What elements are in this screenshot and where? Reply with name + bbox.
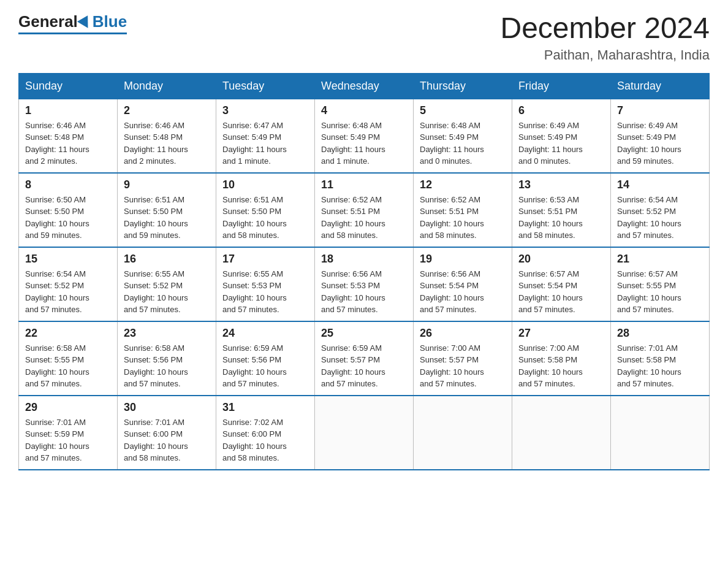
calendar-cell <box>414 396 512 470</box>
calendar-cell: 15Sunrise: 6:54 AMSunset: 5:52 PMDayligh… <box>19 247 118 321</box>
calendar-cell: 14Sunrise: 6:54 AMSunset: 5:52 PMDayligh… <box>611 173 710 247</box>
calendar-header-row: SundayMondayTuesdayWednesdayThursdayFrid… <box>19 73 710 99</box>
calendar-cell: 20Sunrise: 6:57 AMSunset: 5:54 PMDayligh… <box>512 247 611 321</box>
day-info: Sunrise: 6:54 AMSunset: 5:52 PMDaylight:… <box>617 194 703 242</box>
day-info: Sunrise: 6:52 AMSunset: 5:51 PMDaylight:… <box>321 194 407 242</box>
day-info: Sunrise: 6:47 AMSunset: 5:49 PMDaylight:… <box>222 120 308 167</box>
day-info: Sunrise: 6:52 AMSunset: 5:51 PMDaylight:… <box>420 194 506 242</box>
calendar-header-sunday: Sunday <box>19 73 118 99</box>
calendar-cell: 2Sunrise: 6:46 AMSunset: 5:48 PMDaylight… <box>118 99 216 173</box>
calendar-header-wednesday: Wednesday <box>315 73 414 99</box>
day-info: Sunrise: 6:46 AMSunset: 5:48 PMDaylight:… <box>124 120 210 167</box>
day-number: 12 <box>420 178 506 191</box>
day-number: 20 <box>518 253 604 266</box>
calendar-header-tuesday: Tuesday <box>216 73 315 99</box>
calendar-cell: 17Sunrise: 6:55 AMSunset: 5:53 PMDayligh… <box>216 247 315 321</box>
calendar-cell: 22Sunrise: 6:58 AMSunset: 5:55 PMDayligh… <box>19 321 118 396</box>
calendar-cell: 7Sunrise: 6:49 AMSunset: 5:49 PMDaylight… <box>611 99 710 173</box>
day-info: Sunrise: 6:56 AMSunset: 5:53 PMDaylight:… <box>321 268 407 316</box>
day-info: Sunrise: 6:57 AMSunset: 5:54 PMDaylight:… <box>518 268 604 316</box>
day-number: 4 <box>321 104 407 117</box>
day-info: Sunrise: 6:58 AMSunset: 5:56 PMDaylight:… <box>124 342 210 390</box>
day-info: Sunrise: 7:00 AMSunset: 5:58 PMDaylight:… <box>518 342 604 390</box>
title-block: December 2024 Paithan, Maharashtra, Indi… <box>500 12 710 63</box>
logo-general-text: General <box>18 12 78 31</box>
day-info: Sunrise: 6:56 AMSunset: 5:54 PMDaylight:… <box>420 268 506 316</box>
day-number: 7 <box>617 104 703 117</box>
calendar-cell <box>512 396 611 470</box>
calendar-cell: 5Sunrise: 6:48 AMSunset: 5:49 PMDaylight… <box>414 99 512 173</box>
day-info: Sunrise: 7:01 AMSunset: 5:59 PMDaylight:… <box>25 416 111 464</box>
day-number: 28 <box>617 327 703 340</box>
calendar-cell: 16Sunrise: 6:55 AMSunset: 5:52 PMDayligh… <box>118 247 216 321</box>
calendar-cell: 25Sunrise: 6:59 AMSunset: 5:57 PMDayligh… <box>315 321 414 396</box>
calendar-cell: 28Sunrise: 7:01 AMSunset: 5:58 PMDayligh… <box>611 321 710 396</box>
calendar-header-monday: Monday <box>118 73 216 99</box>
calendar-cell: 4Sunrise: 6:48 AMSunset: 5:49 PMDaylight… <box>315 99 414 173</box>
day-number: 1 <box>25 104 111 117</box>
day-number: 23 <box>124 327 210 340</box>
day-number: 8 <box>25 178 111 191</box>
day-number: 5 <box>420 104 506 117</box>
calendar-cell: 8Sunrise: 6:50 AMSunset: 5:50 PMDaylight… <box>19 173 118 247</box>
calendar-cell: 19Sunrise: 6:56 AMSunset: 5:54 PMDayligh… <box>414 247 512 321</box>
logo: General Blue <box>18 12 127 34</box>
calendar-cell: 21Sunrise: 6:57 AMSunset: 5:55 PMDayligh… <box>611 247 710 321</box>
day-info: Sunrise: 6:48 AMSunset: 5:49 PMDaylight:… <box>420 120 506 167</box>
calendar-cell: 23Sunrise: 6:58 AMSunset: 5:56 PMDayligh… <box>118 321 216 396</box>
calendar-cell: 1Sunrise: 6:46 AMSunset: 5:48 PMDaylight… <box>19 99 118 173</box>
day-info: Sunrise: 6:55 AMSunset: 5:52 PMDaylight:… <box>124 268 210 316</box>
location-subtitle: Paithan, Maharashtra, India <box>500 47 710 63</box>
calendar-cell <box>611 396 710 470</box>
calendar-week-row: 29Sunrise: 7:01 AMSunset: 5:59 PMDayligh… <box>19 396 710 470</box>
day-info: Sunrise: 6:49 AMSunset: 5:49 PMDaylight:… <box>518 120 604 167</box>
calendar-cell: 18Sunrise: 6:56 AMSunset: 5:53 PMDayligh… <box>315 247 414 321</box>
calendar-week-row: 8Sunrise: 6:50 AMSunset: 5:50 PMDaylight… <box>19 173 710 247</box>
calendar-cell: 12Sunrise: 6:52 AMSunset: 5:51 PMDayligh… <box>414 173 512 247</box>
day-info: Sunrise: 7:00 AMSunset: 5:57 PMDaylight:… <box>420 342 506 390</box>
day-number: 16 <box>124 253 210 266</box>
day-number: 18 <box>321 253 407 266</box>
day-number: 29 <box>25 401 111 414</box>
month-year-title: December 2024 <box>500 12 710 45</box>
day-number: 2 <box>124 104 210 117</box>
calendar-header-thursday: Thursday <box>414 73 512 99</box>
calendar-week-row: 1Sunrise: 6:46 AMSunset: 5:48 PMDaylight… <box>19 99 710 173</box>
calendar-cell: 24Sunrise: 6:59 AMSunset: 5:56 PMDayligh… <box>216 321 315 396</box>
day-number: 21 <box>617 253 703 266</box>
day-number: 10 <box>222 178 308 191</box>
day-number: 6 <box>518 104 604 117</box>
logo-blue-text: Blue <box>93 12 127 31</box>
calendar-cell: 10Sunrise: 6:51 AMSunset: 5:50 PMDayligh… <box>216 173 315 247</box>
calendar-cell: 27Sunrise: 7:00 AMSunset: 5:58 PMDayligh… <box>512 321 611 396</box>
page-header: General Blue December 2024 Paithan, Maha… <box>18 12 710 63</box>
logo-triangle-icon <box>77 15 93 31</box>
day-number: 19 <box>420 253 506 266</box>
day-number: 14 <box>617 178 703 191</box>
day-info: Sunrise: 6:54 AMSunset: 5:52 PMDaylight:… <box>25 268 111 316</box>
day-info: Sunrise: 6:55 AMSunset: 5:53 PMDaylight:… <box>222 268 308 316</box>
day-number: 25 <box>321 327 407 340</box>
day-info: Sunrise: 6:46 AMSunset: 5:48 PMDaylight:… <box>25 120 111 167</box>
day-number: 22 <box>25 327 111 340</box>
calendar-header-friday: Friday <box>512 73 611 99</box>
calendar-cell <box>315 396 414 470</box>
calendar-cell: 30Sunrise: 7:01 AMSunset: 6:00 PMDayligh… <box>118 396 216 470</box>
day-number: 17 <box>222 253 308 266</box>
day-info: Sunrise: 6:49 AMSunset: 5:49 PMDaylight:… <box>617 120 703 167</box>
day-info: Sunrise: 6:59 AMSunset: 5:57 PMDaylight:… <box>321 342 407 390</box>
day-number: 31 <box>222 401 308 414</box>
day-number: 27 <box>518 327 604 340</box>
day-info: Sunrise: 6:48 AMSunset: 5:49 PMDaylight:… <box>321 120 407 167</box>
calendar-cell: 26Sunrise: 7:00 AMSunset: 5:57 PMDayligh… <box>414 321 512 396</box>
day-number: 3 <box>222 104 308 117</box>
calendar-cell: 29Sunrise: 7:01 AMSunset: 5:59 PMDayligh… <box>19 396 118 470</box>
day-info: Sunrise: 7:01 AMSunset: 5:58 PMDaylight:… <box>617 342 703 390</box>
calendar-cell: 3Sunrise: 6:47 AMSunset: 5:49 PMDaylight… <box>216 99 315 173</box>
calendar-header-saturday: Saturday <box>611 73 710 99</box>
calendar-cell: 13Sunrise: 6:53 AMSunset: 5:51 PMDayligh… <box>512 173 611 247</box>
day-info: Sunrise: 7:02 AMSunset: 6:00 PMDaylight:… <box>222 416 308 464</box>
day-info: Sunrise: 6:51 AMSunset: 5:50 PMDaylight:… <box>222 194 308 242</box>
day-info: Sunrise: 6:50 AMSunset: 5:50 PMDaylight:… <box>25 194 111 242</box>
day-number: 30 <box>124 401 210 414</box>
